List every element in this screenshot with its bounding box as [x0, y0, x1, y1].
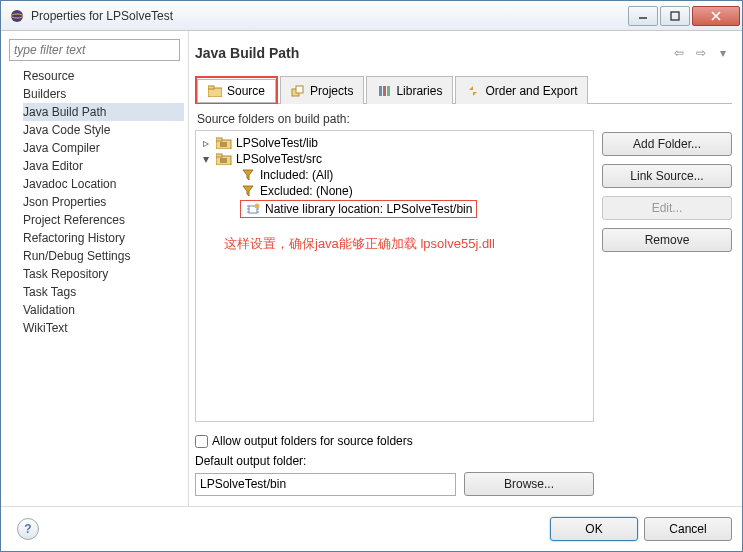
sidebar-item-validation[interactable]: Validation [23, 301, 184, 319]
order-export-icon [466, 84, 480, 98]
svg-rect-9 [296, 86, 303, 93]
sidebar-item-java-editor[interactable]: Java Editor [23, 157, 184, 175]
tree-child-node[interactable]: Excluded: (None) [224, 183, 589, 199]
projects-icon [291, 84, 305, 98]
collapse-icon[interactable]: ▾ [200, 152, 212, 166]
sidebar-item-java-code-style[interactable]: Java Code Style [23, 121, 184, 139]
content-row: Source folders on build path: ▹LPSolveTe… [195, 104, 732, 506]
tree-node[interactable]: ▹LPSolveTest/lib [200, 135, 589, 151]
tree-node[interactable]: ▾LPSolveTest/src [200, 151, 589, 167]
category-list: ResourceBuildersJava Build PathJava Code… [5, 67, 184, 337]
svg-rect-17 [216, 154, 222, 157]
sidebar-item-refactoring-history[interactable]: Refactoring History [23, 229, 184, 247]
filter-input[interactable] [9, 39, 180, 61]
native-library-icon [245, 202, 261, 216]
ok-button[interactable]: OK [550, 517, 638, 541]
sidebar-item-wikitext[interactable]: WikiText [23, 319, 184, 337]
source-folders-tree[interactable]: ▹LPSolveTest/lib▾LPSolveTest/srcIncluded… [195, 130, 594, 422]
sidebar-item-builders[interactable]: Builders [23, 85, 184, 103]
sidebar-item-task-repository[interactable]: Task Repository [23, 265, 184, 283]
forward-button[interactable]: ⇨ [692, 44, 710, 62]
sidebar-item-run-debug-settings[interactable]: Run/Debug Settings [23, 247, 184, 265]
add-folder-button[interactable]: Add Folder... [602, 132, 732, 156]
tab-order-and-export[interactable]: Order and Export [455, 76, 588, 104]
allow-output-row: Allow output folders for source folders [195, 434, 594, 448]
filter-icon [240, 168, 256, 182]
minimize-button[interactable] [628, 6, 658, 26]
sidebar-item-resource[interactable]: Resource [23, 67, 184, 85]
filter-icon [240, 184, 256, 198]
default-output-row: Browse... [195, 472, 594, 496]
svg-rect-12 [387, 86, 390, 96]
tree-label: Source folders on build path: [197, 112, 594, 126]
category-sidebar: ResourceBuildersJava Build PathJava Code… [1, 31, 189, 506]
eclipse-icon [9, 8, 25, 24]
main-panel: Java Build Path ⇦ ⇨ ▾ SourceProjectsLibr… [189, 31, 742, 506]
svg-rect-3 [671, 12, 679, 20]
tab-projects[interactable]: Projects [280, 76, 364, 104]
tab-bar: SourceProjectsLibrariesOrder and Export [195, 75, 732, 104]
svg-rect-7 [208, 86, 214, 89]
titlebar: Properties for LPSolveTest [1, 1, 742, 31]
page-header: Java Build Path ⇦ ⇨ ▾ [195, 35, 732, 71]
dialog-right-buttons: OK Cancel [550, 517, 732, 541]
package-folder-icon [216, 136, 232, 150]
link-source-button[interactable]: Link Source... [602, 164, 732, 188]
svg-point-26 [255, 204, 260, 209]
window-buttons [626, 6, 740, 26]
allow-output-checkbox[interactable] [195, 435, 208, 448]
default-output-input[interactable] [195, 473, 456, 496]
properties-dialog: Properties for LPSolveTest ResourceBuild… [0, 0, 743, 552]
annotation-text: 这样设置，确保java能够正确加载 lpsolve55j.dll [224, 235, 589, 253]
package-folder-icon [216, 152, 232, 166]
sidebar-item-json-properties[interactable]: Json Properties [23, 193, 184, 211]
sidebar-item-task-tags[interactable]: Task Tags [23, 283, 184, 301]
cancel-button[interactable]: Cancel [644, 517, 732, 541]
source-folder-icon [208, 84, 222, 98]
sidebar-item-project-references[interactable]: Project References [23, 211, 184, 229]
expand-icon[interactable]: ▹ [200, 136, 212, 150]
close-button[interactable] [692, 6, 740, 26]
sidebar-item-java-build-path[interactable]: Java Build Path [23, 103, 184, 121]
svg-rect-18 [220, 158, 227, 163]
dialog-button-bar: ? OK Cancel [1, 506, 742, 551]
edit-button[interactable]: Edit... [602, 196, 732, 220]
window-title: Properties for LPSolveTest [31, 9, 626, 23]
svg-rect-11 [383, 86, 386, 96]
filter-box [9, 39, 180, 61]
side-buttons: Add Folder... Link Source... Edit... Rem… [602, 104, 732, 506]
svg-rect-15 [220, 142, 227, 147]
tree-child-node[interactable]: Native library location: LPSolveTest/bin [224, 199, 589, 219]
sidebar-item-javadoc-location[interactable]: Javadoc Location [23, 175, 184, 193]
tree-child-node[interactable]: Included: (All) [224, 167, 589, 183]
sidebar-item-java-compiler[interactable]: Java Compiler [23, 139, 184, 157]
remove-button[interactable]: Remove [602, 228, 732, 252]
svg-rect-14 [216, 138, 222, 141]
tree-area: Source folders on build path: ▹LPSolveTe… [195, 104, 594, 506]
back-button[interactable]: ⇦ [670, 44, 688, 62]
highlight-native-library: Native library location: LPSolveTest/bin [240, 200, 477, 218]
bottom-area: Allow output folders for source folders … [195, 422, 594, 506]
view-menu-button[interactable]: ▾ [714, 44, 732, 62]
page-title: Java Build Path [195, 45, 666, 61]
maximize-button[interactable] [660, 6, 690, 26]
default-output-label: Default output folder: [195, 454, 594, 468]
help-button[interactable]: ? [17, 518, 39, 540]
svg-point-0 [11, 10, 23, 22]
highlight-source-tab: Source [195, 76, 278, 104]
svg-rect-10 [379, 86, 382, 96]
tab-libraries[interactable]: Libraries [366, 76, 453, 104]
allow-output-label: Allow output folders for source folders [212, 434, 413, 448]
tab-source[interactable]: Source [197, 79, 276, 103]
libraries-icon [377, 84, 391, 98]
dialog-body: ResourceBuildersJava Build PathJava Code… [1, 31, 742, 506]
browse-button[interactable]: Browse... [464, 472, 594, 496]
